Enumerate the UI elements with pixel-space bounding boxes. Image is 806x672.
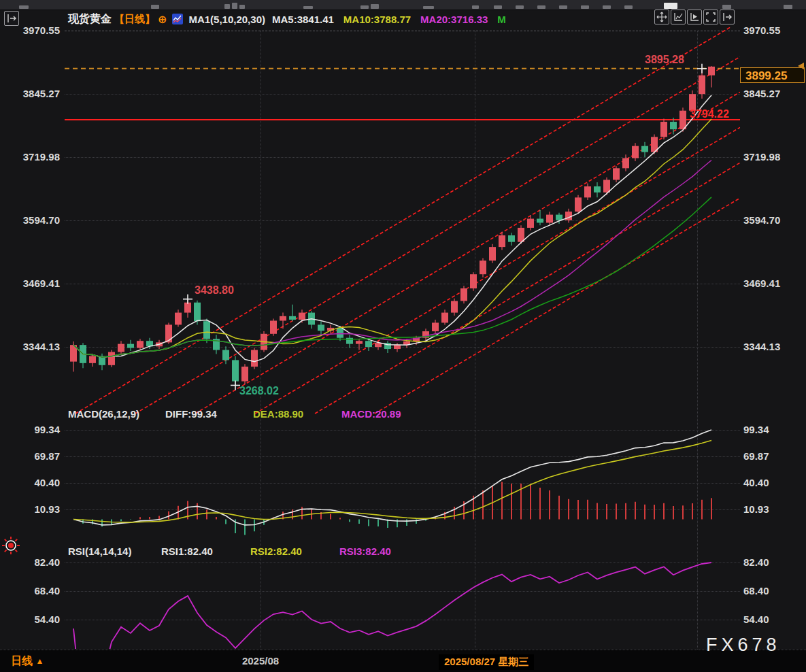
- chart-canvas[interactable]: [0, 0, 806, 672]
- period-dropdown-icon: ▲: [35, 656, 44, 666]
- macd-dea-value: DEA:88.90: [253, 408, 303, 420]
- price-tag-arrow: [798, 63, 804, 69]
- hline-price-label: 3794.22: [690, 108, 729, 120]
- swing-marker: [183, 295, 192, 304]
- swing-marker: [697, 64, 707, 73]
- period-label: 日线: [11, 655, 33, 667]
- rsi3-value: RSI3:82.40: [339, 545, 391, 558]
- watermark: FX678: [706, 635, 781, 656]
- rsi1-value: RSI1:82.40: [161, 545, 213, 558]
- rsi-title[interactable]: RSI(14,14,14): [68, 545, 131, 558]
- swing-marker: [231, 380, 240, 390]
- highlighted-date-label: 2025/08/27 星期三: [439, 654, 534, 670]
- ma10-line: [73, 119, 711, 357]
- ma-lines: [73, 95, 711, 362]
- swing-high-label: 3438.80: [195, 284, 234, 297]
- last-price-tag: 3899.25: [740, 67, 805, 83]
- alert-burst-icon[interactable]: [1, 536, 20, 555]
- chart-window: 现货黄金 【日线】 ⊕ MA1(5,10,20,30) MA5:3841.41 …: [0, 0, 806, 672]
- macd-diff-value: DIFF:99.34: [165, 408, 217, 420]
- recent-high-label: 3895.28: [645, 54, 684, 66]
- month-tick-label: 2025/08: [226, 655, 295, 667]
- macd-histogram: [73, 482, 711, 535]
- rsi2-value: RSI2:82.40: [250, 545, 302, 558]
- macd-value: MACD:20.89: [341, 408, 401, 420]
- ma5-line: [73, 95, 711, 362]
- swing-low-label: 3268.02: [239, 385, 279, 397]
- macd-title[interactable]: MACD(26,12,9): [68, 408, 139, 420]
- trend-channel[interactable]: [75, 22, 740, 414]
- period-selector[interactable]: 日线 ▲: [11, 654, 44, 669]
- time-axis: [0, 650, 806, 672]
